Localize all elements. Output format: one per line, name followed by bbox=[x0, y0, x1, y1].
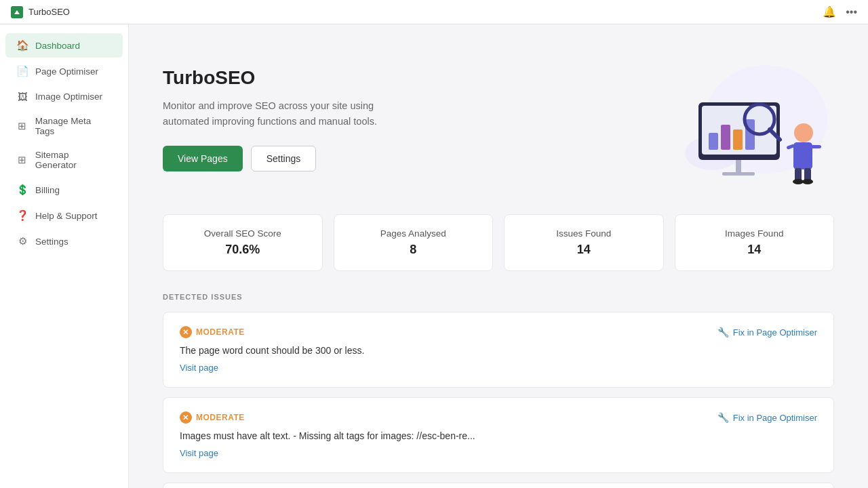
issue-fix-link-0[interactable]: 🔧 Fix in Page Optimiser bbox=[717, 327, 817, 338]
issue-card-0: ✕ MODERATE 🔧 Fix in Page Optimiser The p… bbox=[163, 312, 834, 388]
stat-card-seo-score: Overall SEO Score 70.6% bbox=[163, 214, 323, 271]
hero-title: TurboSEO bbox=[163, 67, 393, 89]
stat-value-pages-analysed: 8 bbox=[351, 243, 477, 257]
title-bar-actions: 🔔 ••• bbox=[823, 5, 857, 18]
stat-label-images-found: Images Found bbox=[692, 228, 818, 239]
svg-rect-17 bbox=[811, 145, 821, 148]
sitemap-icon: ⊞ bbox=[16, 154, 28, 166]
svg-point-12 bbox=[794, 123, 813, 142]
hero-illustration bbox=[644, 52, 834, 187]
issue-severity-label-1: MODERATE bbox=[196, 413, 245, 422]
sidebar-item-manage-meta-tags[interactable]: ⊞ Manage Meta Tags bbox=[5, 110, 123, 142]
sidebar-item-image-optimiser[interactable]: 🖼 Image Optimiser bbox=[5, 85, 123, 108]
stat-card-pages-analysed: Pages Analysed 8 bbox=[334, 214, 494, 271]
issue-badge-1: ✕ MODERATE bbox=[180, 411, 245, 424]
sidebar-label-manage-meta-tags: Manage Meta Tags bbox=[35, 116, 112, 136]
issue-visit-link-1[interactable]: Visit page bbox=[180, 448, 218, 458]
issue-header-0: ✕ MODERATE 🔧 Fix in Page Optimiser bbox=[180, 326, 817, 338]
issue-header-1: ✕ MODERATE 🔧 Fix in Page Optimiser bbox=[180, 411, 817, 424]
stat-card-images-found: Images Found 14 bbox=[675, 214, 835, 271]
sidebar-label-sitemap-generator: Sitemap Generator bbox=[35, 150, 112, 170]
svg-rect-3 bbox=[722, 172, 755, 176]
settings-button[interactable]: Settings bbox=[251, 146, 317, 171]
more-options-icon[interactable]: ••• bbox=[846, 6, 857, 18]
page-icon: 📄 bbox=[16, 65, 28, 77]
svg-rect-6 bbox=[709, 133, 718, 150]
app-logo bbox=[11, 6, 23, 18]
issue-severity-label-0: MODERATE bbox=[196, 327, 245, 337]
sidebar-label-settings: Settings bbox=[35, 237, 68, 247]
stat-label-issues-found: Issues Found bbox=[521, 228, 647, 239]
billing-icon: 💲 bbox=[16, 184, 28, 196]
hero-buttons: View Pages Settings bbox=[163, 146, 393, 171]
wrench-icon-0: 🔧 bbox=[717, 327, 729, 338]
main-content: TurboSEO Monitor and improve SEO across … bbox=[129, 24, 868, 488]
issue-card-1: ✕ MODERATE 🔧 Fix in Page Optimiser Image… bbox=[163, 397, 834, 473]
home-icon: 🏠 bbox=[16, 39, 28, 52]
stat-value-issues-found: 14 bbox=[521, 243, 647, 257]
stat-label-seo-score: Overall SEO Score bbox=[180, 228, 306, 239]
issue-title-1: Images must have alt text. - Missing alt… bbox=[180, 430, 817, 441]
stat-card-issues-found: Issues Found 14 bbox=[504, 214, 664, 271]
help-icon: ❓ bbox=[16, 209, 28, 222]
sidebar-item-help-support[interactable]: ❓ Help & Support bbox=[5, 203, 123, 228]
svg-point-19 bbox=[802, 179, 813, 184]
detected-issues-section: DETECTED ISSUES ✕ MODERATE 🔧 Fix in Page… bbox=[163, 293, 834, 488]
view-pages-button[interactable]: View Pages bbox=[163, 146, 243, 171]
hero-description: Monitor and improve SEO across your site… bbox=[163, 98, 393, 129]
stat-label-pages-analysed: Pages Analysed bbox=[351, 228, 477, 239]
sidebar-item-sitemap-generator[interactable]: ⊞ Sitemap Generator bbox=[5, 144, 123, 176]
issue-fix-link-1[interactable]: 🔧 Fix in Page Optimiser bbox=[717, 412, 817, 423]
app-layout: 🏠 Dashboard 📄 Page Optimiser 🖼 Image Opt… bbox=[0, 24, 868, 488]
sidebar-label-page-optimiser: Page Optimiser bbox=[35, 66, 98, 77]
wrench-icon-1: 🔧 bbox=[717, 412, 729, 423]
sidebar-label-image-optimiser: Image Optimiser bbox=[35, 92, 102, 102]
svg-point-18 bbox=[793, 179, 804, 184]
issue-fix-label-1: Fix in Page Optimiser bbox=[733, 413, 817, 423]
meta-icon: ⊞ bbox=[16, 120, 28, 132]
sidebar-label-help-support: Help & Support bbox=[35, 211, 98, 221]
sidebar: 🏠 Dashboard 📄 Page Optimiser 🖼 Image Opt… bbox=[0, 24, 129, 488]
notification-icon[interactable]: 🔔 bbox=[823, 5, 836, 18]
app-name: TurboSEO bbox=[28, 7, 70, 17]
sidebar-item-dashboard[interactable]: 🏠 Dashboard bbox=[5, 33, 123, 58]
issue-fix-label-0: Fix in Page Optimiser bbox=[733, 327, 817, 338]
issue-visit-link-0[interactable]: Visit page bbox=[180, 363, 218, 373]
issue-severity-icon-1: ✕ bbox=[180, 411, 192, 424]
title-bar: TurboSEO 🔔 ••• bbox=[0, 0, 868, 24]
issue-severity-icon-0: ✕ bbox=[180, 326, 192, 338]
detected-issues-title: DETECTED ISSUES bbox=[163, 293, 834, 301]
svg-rect-7 bbox=[721, 125, 730, 150]
settings-icon: ⚙ bbox=[16, 235, 28, 247]
issue-title-0: The page word count should be 300 or les… bbox=[180, 345, 817, 356]
hero-section: TurboSEO Monitor and improve SEO across … bbox=[163, 52, 834, 187]
stat-value-images-found: 14 bbox=[692, 243, 818, 257]
sidebar-label-dashboard: Dashboard bbox=[35, 41, 80, 51]
hero-text: TurboSEO Monitor and improve SEO across … bbox=[163, 67, 393, 171]
svg-rect-13 bbox=[793, 142, 812, 169]
sidebar-item-settings[interactable]: ⚙ Settings bbox=[5, 229, 123, 253]
stat-value-seo-score: 70.6% bbox=[180, 243, 306, 257]
sidebar-label-billing: Billing bbox=[35, 185, 60, 195]
issue-card-2: ✕ MODERATE bbox=[163, 483, 834, 488]
issue-badge-0: ✕ MODERATE bbox=[180, 326, 245, 338]
sidebar-item-page-optimiser[interactable]: 📄 Page Optimiser bbox=[5, 59, 123, 83]
image-icon: 🖼 bbox=[16, 91, 28, 102]
stats-row: Overall SEO Score 70.6% Pages Analysed 8… bbox=[163, 214, 834, 271]
svg-rect-8 bbox=[733, 129, 743, 150]
title-bar-left: TurboSEO bbox=[11, 6, 70, 18]
sidebar-item-billing[interactable]: 💲 Billing bbox=[5, 178, 123, 202]
